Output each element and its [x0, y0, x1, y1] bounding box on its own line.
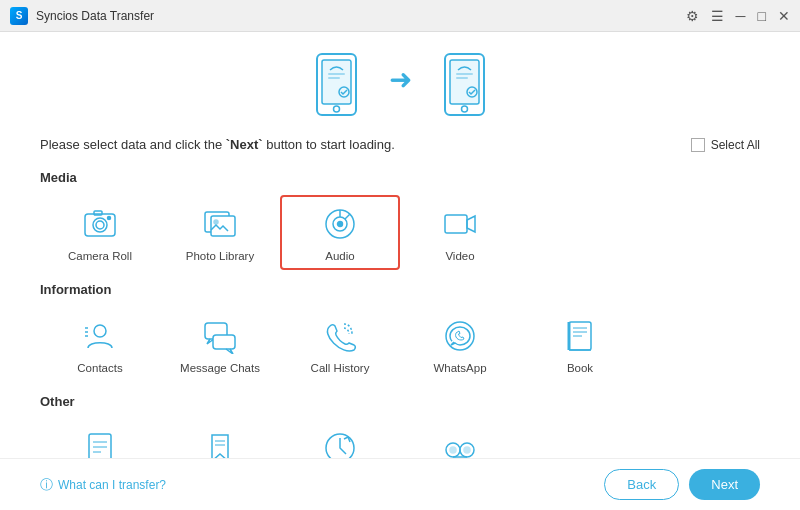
- app-title: Syncios Data Transfer: [36, 9, 154, 23]
- book-icon: [559, 315, 601, 357]
- svg-rect-9: [456, 73, 473, 75]
- title-bar-controls[interactable]: ⚙ ☰ ─ □ ✕: [686, 8, 790, 24]
- item-contacts[interactable]: Contacts: [40, 307, 160, 382]
- svg-rect-3: [328, 73, 345, 75]
- main-content: ➜ Please select data and click the `Next…: [0, 32, 800, 458]
- select-all-row[interactable]: Select All: [691, 138, 760, 152]
- svg-point-16: [108, 217, 111, 220]
- minimize-icon[interactable]: ─: [736, 8, 746, 24]
- photo-library-icon: [199, 203, 241, 245]
- item-notes[interactable]: Notes: [40, 419, 160, 458]
- app-icon: S: [10, 7, 28, 25]
- audio-icon: [319, 203, 361, 245]
- close-icon[interactable]: ✕: [778, 8, 790, 24]
- menu-icon[interactable]: ☰: [711, 8, 724, 24]
- what-transfer-label: What can I transfer?: [58, 478, 166, 492]
- select-all-checkbox[interactable]: [691, 138, 705, 152]
- svg-rect-4: [328, 77, 340, 79]
- what-transfer-link[interactable]: ⓘ What can I transfer?: [40, 476, 166, 494]
- info-icon: ⓘ: [40, 476, 53, 494]
- title-bar-left: S Syncios Data Transfer: [10, 7, 154, 25]
- video-label: Video: [445, 250, 474, 262]
- media-section-label: Media: [40, 170, 760, 185]
- title-bar: S Syncios Data Transfer ⚙ ☰ ─ □ ✕: [0, 0, 800, 32]
- information-grid: Contacts Message Chats Call History What…: [40, 307, 760, 382]
- book-label: Book: [567, 362, 593, 374]
- other-grid: Notes Bookmarks Safari History Voice Mai…: [40, 419, 760, 458]
- target-device: [442, 52, 487, 117]
- item-whatsapp[interactable]: WhatsApp: [400, 307, 520, 382]
- svg-rect-37: [89, 434, 111, 458]
- svg-point-47: [450, 447, 456, 453]
- item-book[interactable]: Book: [520, 307, 640, 382]
- call-history-label: Call History: [311, 362, 370, 374]
- item-camera-roll[interactable]: Camera Roll: [40, 195, 160, 270]
- settings-icon[interactable]: ⚙: [686, 8, 699, 24]
- svg-point-48: [464, 447, 470, 453]
- footer: ⓘ What can I transfer? Back Next: [0, 458, 800, 510]
- video-icon: [439, 203, 481, 245]
- audio-label: Audio: [325, 250, 354, 262]
- item-safari-history[interactable]: Safari History: [280, 419, 400, 458]
- photo-library-label: Photo Library: [186, 250, 254, 262]
- item-audio[interactable]: Audio: [280, 195, 400, 270]
- svg-point-22: [338, 222, 343, 227]
- source-device: [314, 52, 359, 117]
- device-header: ➜: [40, 52, 760, 117]
- svg-rect-15: [94, 211, 102, 215]
- item-message-chats[interactable]: Message Chats: [160, 307, 280, 382]
- message-chats-icon: [199, 315, 241, 357]
- svg-point-19: [214, 220, 218, 224]
- other-section-label: Other: [40, 394, 760, 409]
- maximize-icon[interactable]: □: [758, 8, 766, 24]
- safari-history-icon: [319, 427, 361, 458]
- message-chats-label: Message Chats: [180, 362, 260, 374]
- transfer-arrow: ➜: [389, 63, 412, 96]
- notes-icon: [79, 427, 121, 458]
- instruction-text: Please select data and click the `Next` …: [40, 137, 395, 152]
- voice-mail-icon: [439, 427, 481, 458]
- whatsapp-icon: [439, 315, 481, 357]
- footer-buttons: Back Next: [604, 469, 760, 500]
- camera-roll-icon: [79, 203, 121, 245]
- back-button[interactable]: Back: [604, 469, 679, 500]
- svg-rect-23: [445, 215, 467, 233]
- svg-point-14: [96, 221, 104, 229]
- camera-roll-label: Camera Roll: [68, 250, 132, 262]
- svg-point-24: [94, 325, 106, 337]
- item-photo-library[interactable]: Photo Library: [160, 195, 280, 270]
- item-video[interactable]: Video: [400, 195, 520, 270]
- select-all-label: Select All: [711, 138, 760, 152]
- whatsapp-label: WhatsApp: [433, 362, 486, 374]
- svg-point-13: [93, 218, 107, 232]
- next-button[interactable]: Next: [689, 469, 760, 500]
- contacts-label: Contacts: [77, 362, 122, 374]
- svg-rect-10: [456, 77, 468, 79]
- information-section-label: Information: [40, 282, 760, 297]
- instruction-row: Please select data and click the `Next` …: [40, 137, 760, 152]
- svg-rect-29: [213, 335, 235, 349]
- bookmarks-icon: [199, 427, 241, 458]
- item-call-history[interactable]: Call History: [280, 307, 400, 382]
- call-history-icon: [319, 315, 361, 357]
- contacts-icon: [79, 315, 121, 357]
- media-grid: Camera Roll Photo Library Audio Video: [40, 195, 760, 270]
- item-voice-mail[interactable]: Voice Mail: [400, 419, 520, 458]
- item-bookmarks[interactable]: Bookmarks: [160, 419, 280, 458]
